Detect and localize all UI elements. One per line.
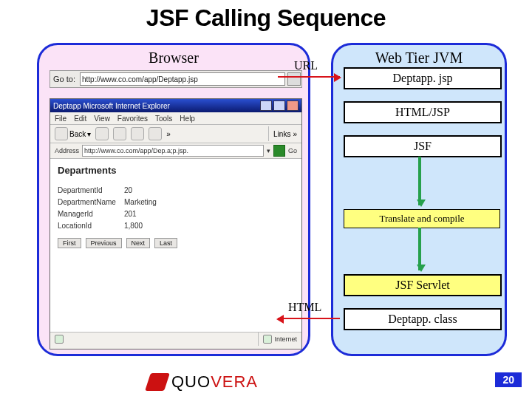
menu-help[interactable]: Help — [180, 115, 195, 123]
field-key: ManagerId — [58, 208, 124, 220]
close-icon[interactable] — [287, 100, 299, 111]
goto-bar: Go to: http://www.co.com/app/Deptapp.jsp — [50, 70, 302, 88]
menu-favorites[interactable]: Favorites — [117, 115, 148, 123]
back-icon[interactable] — [55, 127, 68, 140]
field-key: DepartmentName — [58, 197, 124, 208]
chevron-down-icon[interactable]: ▾ — [87, 130, 91, 138]
goto-url-field[interactable]: http://www.co.com/app/Deptapp.jsp — [80, 72, 285, 86]
menu-file[interactable]: File — [55, 115, 66, 123]
go-icon[interactable] — [273, 145, 285, 157]
ie-toolbar: Back ▾ » Links » — [50, 125, 301, 143]
browser-panel: Browser Go to: http://www.co.com/app/Dep… — [37, 43, 310, 356]
menu-tools[interactable]: Tools — [155, 115, 172, 123]
menu-edit[interactable]: Edit — [74, 115, 86, 123]
nav-row: First Previous Next Last — [58, 238, 294, 248]
links-overflow-icon[interactable]: » — [293, 130, 297, 138]
logo-text-a: QUO — [171, 372, 211, 391]
slide-title: JSF Calling Sequence — [0, 4, 532, 32]
field-row: DepartmentNameMarketing — [58, 197, 294, 208]
html-jsp-box: HTML/JSP — [344, 101, 502, 123]
menu-view[interactable]: View — [94, 115, 110, 123]
field-value: 201 — [124, 208, 137, 220]
html-arrow — [278, 318, 340, 319]
ie-statusbar: Internet — [50, 332, 301, 346]
forward-icon[interactable] — [95, 127, 109, 140]
deptapp-jsp-box: Deptapp. jsp — [344, 67, 502, 89]
dropdown-icon[interactable] — [287, 72, 301, 86]
maximize-icon[interactable] — [273, 100, 285, 111]
quovera-logo: QUOVERA — [148, 372, 258, 392]
field-key: DepartmentId — [58, 185, 124, 197]
footer: QUOVERA 20 — [0, 365, 532, 399]
flow-arrow-1 — [418, 157, 421, 205]
deptapp-class-box: Deptapp. class — [344, 308, 502, 330]
field-value: Marketing — [124, 197, 157, 208]
field-row: LocationId1,800 — [58, 220, 294, 232]
go-label[interactable]: Go — [288, 147, 297, 154]
next-button[interactable]: Next — [126, 238, 151, 248]
ie-address-bar: Address http://www.co.com/app/Dep.a;p.js… — [50, 143, 301, 159]
html-arrow-label: HTML — [288, 301, 321, 314]
first-button[interactable]: First — [58, 238, 81, 248]
logo-text-b: VERA — [211, 372, 258, 391]
previous-button[interactable]: Previous — [86, 238, 122, 248]
url-arrow-label: URL — [294, 59, 318, 72]
field-row: ManagerId201 — [58, 208, 294, 220]
flow-arrow-2 — [418, 228, 421, 270]
last-button[interactable]: Last — [154, 238, 177, 248]
minimize-icon[interactable] — [260, 100, 272, 111]
address-field[interactable]: http://www.co.com/app/Dep.a;p.jsp. — [82, 145, 264, 157]
slide-number: 20 — [495, 372, 522, 387]
ie-titlebar: Deptapp Microsoft Internet Explorer — [50, 99, 301, 112]
toolbar-overflow-icon[interactable]: » — [166, 130, 171, 138]
field-value: 1,800 — [124, 220, 143, 232]
jsf-box: JSF — [344, 135, 502, 157]
ie-window: Deptapp Microsoft Internet Explorer File… — [50, 98, 302, 349]
ie-body: Departments DepartmentId20 DepartmentNam… — [50, 159, 301, 332]
page-heading: Departments — [58, 165, 294, 176]
status-internet: Internet — [274, 335, 297, 343]
url-arrow — [278, 76, 340, 78]
goto-label: Go to: — [50, 75, 78, 83]
field-key: LocationId — [58, 220, 124, 232]
links-label[interactable]: Links — [273, 130, 290, 138]
logo-mark-icon — [145, 373, 170, 391]
web-tier-heading: Web Tier JVM — [333, 50, 505, 66]
home-icon[interactable] — [149, 127, 162, 140]
ie-logo-icon — [55, 335, 64, 344]
internet-zone-icon — [263, 335, 272, 344]
field-value: 20 — [124, 185, 132, 197]
back-label[interactable]: Back — [69, 130, 86, 138]
browser-heading: Browser — [39, 50, 308, 66]
refresh-icon[interactable] — [131, 127, 144, 140]
jsf-servlet-box: JSF Servlet — [344, 274, 502, 296]
field-row: DepartmentId20 — [58, 185, 294, 197]
ie-menubar: File Edit View Favorites Tools Help — [50, 112, 301, 125]
ie-title-text: Deptapp Microsoft Internet Explorer — [53, 102, 259, 110]
address-label: Address — [55, 147, 79, 154]
stop-icon[interactable] — [113, 127, 126, 140]
address-dropdown-icon[interactable]: ▾ — [267, 147, 270, 154]
translate-compile-box: Translate and compile — [344, 209, 500, 228]
